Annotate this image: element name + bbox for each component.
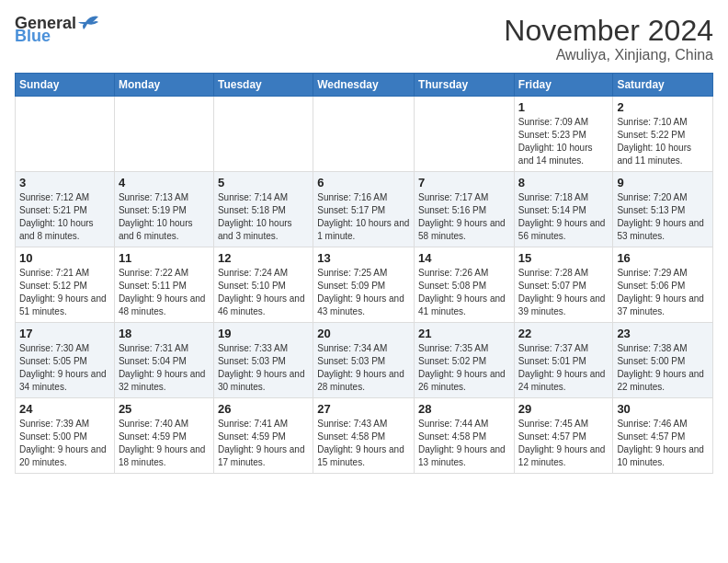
logo: General Blue [15, 15, 98, 44]
day-number: 30 [617, 402, 709, 416]
calendar-day-cell: 14Sunrise: 7:26 AM Sunset: 5:08 PM Dayli… [415, 247, 515, 323]
calendar-day-cell: 21Sunrise: 7:35 AM Sunset: 5:02 PM Dayli… [415, 323, 515, 398]
day-info: Sunrise: 7:25 AM Sunset: 5:09 PM Dayligh… [317, 267, 410, 318]
day-of-week-header: Friday [514, 74, 613, 97]
day-number: 7 [418, 176, 510, 190]
calendar-day-cell: 17Sunrise: 7:30 AM Sunset: 5:05 PM Dayli… [16, 323, 115, 398]
day-number: 15 [518, 251, 609, 265]
day-info: Sunrise: 7:35 AM Sunset: 5:02 PM Dayligh… [418, 342, 510, 394]
day-number: 4 [119, 176, 210, 190]
logo-bird-icon [78, 13, 98, 31]
day-info: Sunrise: 7:39 AM Sunset: 5:00 PM Dayligh… [19, 418, 110, 469]
day-info: Sunrise: 7:17 AM Sunset: 5:16 PM Dayligh… [418, 191, 510, 243]
day-number: 5 [218, 176, 309, 190]
day-info: Sunrise: 7:43 AM Sunset: 4:58 PM Dayligh… [317, 418, 410, 469]
calendar-day-cell [313, 97, 415, 172]
day-number: 28 [418, 402, 510, 416]
calendar-week-row: 24Sunrise: 7:39 AM Sunset: 5:00 PM Dayli… [16, 398, 713, 474]
title-section: November 2024 Awuliya, Xinjiang, China [504, 15, 713, 63]
calendar-day-cell: 25Sunrise: 7:40 AM Sunset: 4:59 PM Dayli… [114, 398, 213, 474]
day-number: 25 [119, 402, 210, 416]
calendar-day-cell: 30Sunrise: 7:46 AM Sunset: 4:57 PM Dayli… [613, 398, 713, 474]
calendar-day-cell: 6Sunrise: 7:16 AM Sunset: 5:17 PM Daylig… [313, 172, 415, 247]
day-of-week-header: Thursday [415, 74, 515, 97]
calendar-table: SundayMondayTuesdayWednesdayThursdayFrid… [15, 73, 713, 474]
day-info: Sunrise: 7:29 AM Sunset: 5:06 PM Dayligh… [617, 267, 709, 318]
month-title: November 2024 [504, 15, 713, 47]
day-info: Sunrise: 7:12 AM Sunset: 5:21 PM Dayligh… [19, 191, 110, 243]
day-number: 23 [617, 327, 709, 340]
day-of-week-header: Monday [114, 74, 213, 97]
day-info: Sunrise: 7:45 AM Sunset: 4:57 PM Dayligh… [518, 418, 609, 469]
calendar-day-cell: 11Sunrise: 7:22 AM Sunset: 5:11 PM Dayli… [114, 247, 213, 323]
day-info: Sunrise: 7:22 AM Sunset: 5:11 PM Dayligh… [119, 267, 210, 318]
calendar-day-cell: 4Sunrise: 7:13 AM Sunset: 5:19 PM Daylig… [114, 172, 213, 247]
calendar-day-cell: 5Sunrise: 7:14 AM Sunset: 5:18 PM Daylig… [213, 172, 313, 247]
calendar-day-cell: 29Sunrise: 7:45 AM Sunset: 4:57 PM Dayli… [514, 398, 613, 474]
calendar-day-cell: 18Sunrise: 7:31 AM Sunset: 5:04 PM Dayli… [114, 323, 213, 398]
day-info: Sunrise: 7:26 AM Sunset: 5:08 PM Dayligh… [418, 267, 510, 318]
calendar-day-cell [114, 97, 213, 172]
calendar-day-cell [415, 97, 515, 172]
day-info: Sunrise: 7:37 AM Sunset: 5:01 PM Dayligh… [518, 342, 609, 394]
day-of-week-header: Sunday [16, 74, 115, 97]
day-info: Sunrise: 7:40 AM Sunset: 4:59 PM Dayligh… [119, 418, 210, 469]
calendar-day-cell [16, 97, 115, 172]
calendar-day-cell: 7Sunrise: 7:17 AM Sunset: 5:16 PM Daylig… [415, 172, 515, 247]
day-info: Sunrise: 7:28 AM Sunset: 5:07 PM Dayligh… [518, 267, 609, 318]
calendar-day-cell: 8Sunrise: 7:18 AM Sunset: 5:14 PM Daylig… [514, 172, 613, 247]
calendar-day-cell: 23Sunrise: 7:38 AM Sunset: 5:00 PM Dayli… [613, 323, 713, 398]
day-info: Sunrise: 7:24 AM Sunset: 5:10 PM Dayligh… [218, 267, 309, 318]
calendar-day-cell: 1Sunrise: 7:09 AM Sunset: 5:23 PM Daylig… [514, 97, 613, 172]
calendar-header-row: SundayMondayTuesdayWednesdayThursdayFrid… [16, 74, 713, 97]
day-info: Sunrise: 7:41 AM Sunset: 4:59 PM Dayligh… [218, 418, 309, 469]
day-number: 27 [317, 402, 410, 416]
calendar-week-row: 1Sunrise: 7:09 AM Sunset: 5:23 PM Daylig… [16, 97, 713, 172]
day-number: 1 [518, 100, 609, 114]
day-info: Sunrise: 7:20 AM Sunset: 5:13 PM Dayligh… [617, 191, 709, 243]
day-of-week-header: Tuesday [213, 74, 313, 97]
day-of-week-header: Wednesday [313, 74, 415, 97]
calendar-day-cell: 15Sunrise: 7:28 AM Sunset: 5:07 PM Dayli… [514, 247, 613, 323]
calendar-day-cell: 27Sunrise: 7:43 AM Sunset: 4:58 PM Dayli… [313, 398, 415, 474]
day-number: 12 [218, 251, 309, 265]
day-info: Sunrise: 7:44 AM Sunset: 4:58 PM Dayligh… [418, 418, 510, 469]
calendar-day-cell: 19Sunrise: 7:33 AM Sunset: 5:03 PM Dayli… [213, 323, 313, 398]
day-number: 11 [119, 251, 210, 265]
day-number: 26 [218, 402, 309, 416]
day-info: Sunrise: 7:31 AM Sunset: 5:04 PM Dayligh… [119, 342, 210, 394]
day-number: 6 [317, 176, 410, 190]
header: General Blue November 2024 Awuliya, Xinj… [15, 15, 713, 63]
calendar-day-cell: 3Sunrise: 7:12 AM Sunset: 5:21 PM Daylig… [16, 172, 115, 247]
day-info: Sunrise: 7:14 AM Sunset: 5:18 PM Dayligh… [218, 191, 309, 243]
day-number: 3 [19, 176, 110, 190]
calendar-day-cell: 24Sunrise: 7:39 AM Sunset: 5:00 PM Dayli… [16, 398, 115, 474]
calendar-day-cell: 9Sunrise: 7:20 AM Sunset: 5:13 PM Daylig… [613, 172, 713, 247]
day-number: 19 [218, 327, 309, 340]
day-number: 18 [119, 327, 210, 340]
calendar-week-row: 10Sunrise: 7:21 AM Sunset: 5:12 PM Dayli… [16, 247, 713, 323]
calendar-week-row: 17Sunrise: 7:30 AM Sunset: 5:05 PM Dayli… [16, 323, 713, 398]
day-number: 21 [418, 327, 510, 340]
day-number: 2 [617, 100, 709, 114]
day-info: Sunrise: 7:46 AM Sunset: 4:57 PM Dayligh… [617, 418, 709, 469]
location: Awuliya, Xinjiang, China [504, 47, 713, 63]
logo-blue-text: Blue [15, 28, 51, 44]
day-number: 14 [418, 251, 510, 265]
day-info: Sunrise: 7:34 AM Sunset: 5:03 PM Dayligh… [317, 342, 410, 394]
day-number: 29 [518, 402, 609, 416]
calendar-day-cell: 16Sunrise: 7:29 AM Sunset: 5:06 PM Dayli… [613, 247, 713, 323]
calendar-day-cell: 22Sunrise: 7:37 AM Sunset: 5:01 PM Dayli… [514, 323, 613, 398]
day-number: 13 [317, 251, 410, 265]
day-info: Sunrise: 7:16 AM Sunset: 5:17 PM Dayligh… [317, 191, 410, 243]
calendar-day-cell [213, 97, 313, 172]
day-number: 24 [19, 402, 110, 416]
calendar-day-cell: 28Sunrise: 7:44 AM Sunset: 4:58 PM Dayli… [415, 398, 515, 474]
calendar-day-cell: 13Sunrise: 7:25 AM Sunset: 5:09 PM Dayli… [313, 247, 415, 323]
calendar-day-cell: 2Sunrise: 7:10 AM Sunset: 5:22 PM Daylig… [613, 97, 713, 172]
day-info: Sunrise: 7:21 AM Sunset: 5:12 PM Dayligh… [19, 267, 110, 318]
day-info: Sunrise: 7:18 AM Sunset: 5:14 PM Dayligh… [518, 191, 609, 243]
calendar-week-row: 3Sunrise: 7:12 AM Sunset: 5:21 PM Daylig… [16, 172, 713, 247]
day-number: 22 [518, 327, 609, 340]
day-number: 9 [617, 176, 709, 190]
